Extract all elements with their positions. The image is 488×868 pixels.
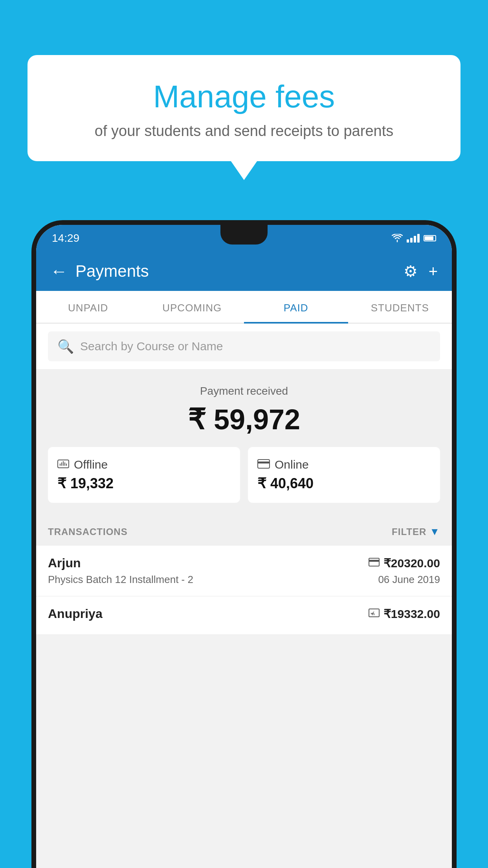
offline-amount: ₹ 19,332: [57, 475, 231, 492]
tab-paid[interactable]: PAID: [244, 291, 348, 323]
payment-summary: Payment received ₹ 59,972 Offline: [36, 369, 452, 515]
filter-label: FILTER: [392, 526, 426, 537]
svg-rect-3: [369, 558, 379, 566]
speech-bubble: Manage fees of your students and send re…: [28, 55, 460, 161]
transaction-amount-2: ₹19332.00: [383, 607, 440, 621]
speech-bubble-container: Manage fees of your students and send re…: [28, 55, 460, 161]
back-button[interactable]: ←: [50, 261, 68, 281]
transaction-amount-1: ₹20320.00: [383, 556, 440, 570]
transactions-label: TRANSACTIONS: [48, 526, 128, 537]
transaction-name-1: Arjun: [48, 556, 81, 570]
notch: [220, 225, 268, 245]
add-icon[interactable]: +: [429, 263, 438, 280]
speech-bubble-subtitle: of your students and send receipts to pa…: [51, 123, 437, 140]
transaction-type-icon-1: [369, 557, 380, 569]
transaction-name-2: Anupriya: [48, 607, 103, 621]
phone-frame: 14:29: [31, 220, 457, 868]
tab-students[interactable]: STUDENTS: [348, 291, 452, 323]
transactions-header: TRANSACTIONS FILTER ▼: [36, 515, 452, 546]
speech-bubble-title: Manage fees: [51, 79, 437, 115]
filter-button[interactable]: FILTER ▼: [392, 526, 440, 538]
search-bar[interactable]: 🔍 Search by Course or Name: [48, 331, 440, 361]
transaction-amount-row-1: ₹20320.00: [369, 556, 440, 570]
payment-total-amount: ₹ 59,972: [48, 403, 440, 436]
wifi-icon: [392, 234, 403, 243]
online-icon: [257, 458, 270, 471]
transaction-course-1: Physics Batch 12 Installment - 2: [48, 574, 193, 586]
status-icons: [392, 234, 436, 243]
filter-icon: ▼: [429, 526, 440, 538]
online-label: Online: [275, 458, 309, 471]
svg-rect-5: [369, 609, 379, 617]
transaction-row[interactable]: Arjun ₹20320.00 Physics Batch 12 Install…: [36, 546, 452, 596]
svg-rect-2: [258, 462, 270, 463]
status-bar: 14:29: [36, 225, 452, 252]
svg-rect-1: [258, 460, 270, 468]
search-icon: 🔍: [57, 338, 74, 354]
settings-icon[interactable]: ⚙: [404, 262, 418, 280]
app-bar: ← Payments ⚙ +: [36, 252, 452, 291]
offline-icon: [57, 458, 69, 471]
tab-upcoming[interactable]: UPCOMING: [140, 291, 244, 323]
online-card: Online ₹ 40,640: [248, 447, 440, 503]
transaction-amount-row-2: ₹19332.00: [369, 607, 440, 621]
tabs: UNPAID UPCOMING PAID STUDENTS: [36, 291, 452, 324]
svg-rect-4: [369, 560, 379, 562]
app-bar-title: Payments: [75, 262, 404, 281]
app-bar-actions: ⚙ +: [404, 262, 438, 280]
phone-screen: 14:29: [36, 225, 452, 868]
search-input[interactable]: Search by Course or Name: [80, 340, 223, 353]
transaction-type-icon-2: [369, 608, 380, 620]
transaction-date-1: 06 June 2019: [378, 574, 440, 586]
offline-card: Offline ₹ 19,332: [48, 447, 240, 503]
tab-unpaid[interactable]: UNPAID: [36, 291, 140, 323]
transaction-row-2[interactable]: Anupriya ₹19332.00: [36, 596, 452, 635]
offline-label: Offline: [74, 458, 108, 471]
search-container: 🔍 Search by Course or Name: [36, 324, 452, 369]
payment-received-label: Payment received: [48, 385, 440, 397]
payment-cards: Offline ₹ 19,332 Online: [48, 447, 440, 503]
battery-icon: [424, 235, 436, 241]
phone-wrapper: 14:29: [31, 220, 457, 868]
online-amount: ₹ 40,640: [257, 475, 431, 492]
signal-icon: [407, 234, 420, 243]
status-time: 14:29: [52, 232, 79, 245]
